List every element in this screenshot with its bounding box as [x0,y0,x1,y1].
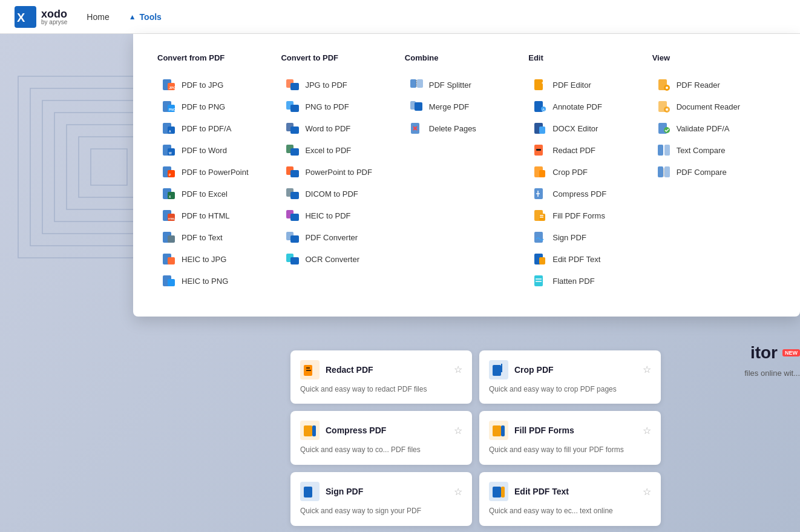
pdf-html-icon: HTML [162,209,175,222]
nav-tools[interactable]: ▲ Tools [129,12,162,22]
menu-heic-to-png[interactable]: HEIC to PNG [157,271,281,291]
png-to-pdf-label: PNG to PDF [305,102,349,111]
menu-pdf-reader[interactable]: PDF Reader [652,74,776,95]
svg-rect-71 [290,257,299,264]
ppt-pdf-icon [286,165,299,179]
svg-rect-12 [306,370,311,371]
svg-rect-11 [306,367,310,369]
menu-delete-pages[interactable]: Delete Pages [405,118,528,139]
menu-pdf-to-pdfa[interactable]: A PDF to PDF/A [157,118,281,139]
svg-rect-7 [79,137,139,197]
star-crop[interactable]: ☆ [643,364,651,375]
menu-crop-pdf[interactable]: Crop PDF [528,162,652,182]
menu-pdf-converter[interactable]: PDF Converter [281,227,404,248]
card-redact-pdf[interactable]: Redact PDF ☆ Quick and easy way to redac… [290,350,472,404]
dicom-pdf-icon [286,187,299,200]
excel-to-pdf-label: Excel to PDF [305,146,351,155]
star-fill[interactable]: ☆ [643,425,651,436]
nav-tools-label: Tools [140,12,162,22]
star-compress[interactable]: ☆ [454,425,462,436]
menu-text-compare[interactable]: Text Compare [652,140,776,160]
menu-pdf-to-text[interactable]: PDF to Text [157,227,281,248]
crop-pdf-label: Crop PDF [552,168,588,177]
menu-pdf-to-ppt[interactable]: P PDF to PowerPoint [157,162,281,182]
menu-doc-reader[interactable]: Document Reader [652,96,776,117]
card-sign-pdf[interactable]: Sign PDF ☆ Quick and easy way to sign yo… [290,472,472,526]
menu-pdf-to-html[interactable]: HTML PDF to HTML [157,205,281,226]
merge-pdf-icon [410,100,423,113]
pdf-reader-label: PDF Reader [677,80,720,90]
card-edit-text[interactable]: Edit PDF Text ☆ Quick and easy way to ec… [479,472,661,526]
menu-annotate-pdf[interactable]: A Annotate PDF [528,96,652,117]
svg-rect-99 [539,257,545,264]
menu-excel-to-pdf[interactable]: Excel to PDF [281,140,404,160]
menu-pdf-to-word[interactable]: W PDF to Word [157,140,281,160]
card-desc-edit-text: Quick and easy way to ec... text online [489,506,651,516]
menu-pdf-to-excel[interactable]: X PDF to Excel [157,183,281,204]
menu-ppt-to-pdf[interactable]: PowerPoint to PDF [281,162,404,182]
nav-home[interactable]: Home [87,12,109,22]
col-header-view: View [652,53,776,62]
col-view: View PDF Reader Document Reader [652,53,776,292]
card-desc-sign: Quick and easy way to sign your PDF [300,506,462,516]
star-edit-text[interactable]: ☆ [643,486,651,498]
logo[interactable]: X xodo by apryse [15,6,67,28]
menu-pdf-to-jpg[interactable]: JPG PDF to JPG [157,74,281,95]
menu-compress-pdf[interactable]: Compress PDF [528,183,652,204]
menu-pdf-editor[interactable]: PDF Editor [528,74,652,95]
menu-pdf-splitter[interactable]: PDF Splitter [405,74,528,95]
heic-to-pdf-label: HEIC to PDF [305,211,350,220]
svg-rect-23 [304,487,312,498]
svg-rect-63 [290,170,299,177]
menu-flatten-pdf[interactable]: Flatten PDF [528,271,652,291]
svg-rect-17 [304,425,312,436]
flatten-pdf-label: Flatten PDF [552,277,594,286]
card-desc-compress: Quick and easy way to co... PDF files [300,445,462,455]
pdf-pdfa-icon: A [162,122,175,135]
crop-card-icon [489,360,508,379]
svg-rect-73 [417,79,423,88]
card-fill-forms[interactable]: Fill PDF Forms ☆ Quick and easy way to f… [479,411,661,465]
menu-fill-forms[interactable]: Fill PDF Forms [528,205,652,226]
menu-merge-pdf[interactable]: Merge PDF [405,96,528,117]
menu-docx-editor[interactable]: DOCX Editor [528,118,652,139]
sign-card-icon [300,482,320,501]
svg-rect-97 [534,232,543,243]
svg-text:X: X [17,11,25,24]
pdf-word-icon: W [162,143,175,157]
pdf-reader-icon [657,78,670,91]
menu-heic-to-jpg[interactable]: HEIC to JPG [157,249,281,269]
menu-dicom-to-pdf[interactable]: DICOM to PDF [281,183,404,204]
menu-jpg-to-pdf[interactable]: JPG to PDF [281,74,404,95]
pdf-editor-label: PDF Editor [552,80,591,90]
col-header-convert-from: Convert from PDF [157,53,281,62]
menu-sign-pdf[interactable]: Sign PDF [528,227,652,248]
menu-pdf-to-png[interactable]: PNG PDF to PNG [157,96,281,117]
delete-pages-label: Delete Pages [429,124,476,133]
star-sign[interactable]: ☆ [454,486,462,498]
card-crop-pdf[interactable]: Crop PDF ☆ Quick and easy way to crop PD… [479,350,661,404]
star-redact[interactable]: ☆ [454,364,462,375]
edit-pdf-text-label: Edit PDF Text [552,255,600,264]
menu-edit-pdf-text[interactable]: Edit PDF Text [528,249,652,269]
svg-text:A: A [542,108,545,111]
svg-rect-76 [415,102,422,111]
menu-word-to-pdf[interactable]: Word to PDF [281,118,404,139]
menu-heic-to-pdf[interactable]: HEIC to PDF [281,205,404,226]
menu-ocr-converter[interactable]: OCR Converter [281,249,404,269]
svg-rect-87 [536,149,541,151]
chevron-up-icon: ▲ [129,13,136,21]
menu-redact-pdf[interactable]: Redact PDF [528,140,652,160]
edit-text-card-icon [489,482,508,501]
menu-validate-pdfa[interactable]: Validate PDF/A [652,118,776,139]
card-compress-pdf[interactable]: Compress PDF ☆ Quick and easy way to co.… [290,411,472,465]
ocr-converter-label: OCR Converter [305,255,359,264]
logo-text: xodo by apryse [41,8,67,25]
svg-rect-15 [501,364,502,372]
top-navigation: X xodo by apryse Home ▲ Tools [0,0,800,34]
logo-sub: by apryse [41,19,67,25]
menu-pdf-compare[interactable]: PDF Compare [652,162,776,182]
crop-pdf-icon [533,165,546,179]
menu-png-to-pdf[interactable]: PNG to PDF [281,96,404,117]
redact-card-icon [300,360,320,379]
